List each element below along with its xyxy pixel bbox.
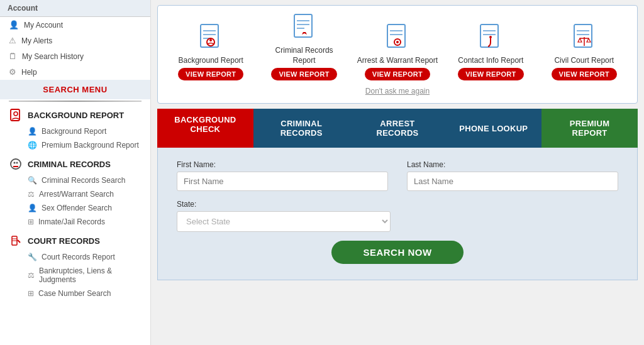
state-select[interactable]: Select State Alabama Alaska Arizona Cali… [177, 211, 391, 232]
criminal-report-name: Criminal Records Report [264, 46, 345, 65]
sidebar-item-help[interactable]: ⚙ Help [0, 64, 150, 80]
my-alerts-label: My Alerts [21, 36, 52, 45]
sidebar-section-court: COURT RECORDS [0, 229, 150, 250]
background-section-title: BACKGROUND REPORT [28, 111, 124, 120]
search-menu-label: SEARCH MENU [43, 85, 107, 94]
dont-ask-link[interactable]: Don't ask me again [164, 87, 631, 96]
alert-icon: ⚠ [9, 36, 16, 45]
tab-criminal-records[interactable]: CRIMINAL RECORDS [253, 109, 350, 148]
magnify-icon: 🔍 [28, 176, 37, 185]
sex-offender-label: Sex Offender Search [42, 204, 112, 212]
state-row: State: Select State Alabama Alaska Arizo… [177, 200, 618, 232]
search-form-area: First Name: Last Name: State: Select Sta… [157, 148, 638, 280]
sidebar-item-search-history[interactable]: 🗒 My Search History [0, 48, 150, 64]
tab-bar: BACKGROUND CHECK CRIMINAL RECORDS ARREST… [157, 109, 638, 148]
sidebar-item-court-records[interactable]: 🔧 Court Records Report [0, 250, 150, 264]
arrest-report-name: Arrest & Warrant Report [357, 56, 438, 66]
sidebar-section-background: BACKGROUND REPORT [0, 103, 150, 124]
last-name-input[interactable] [407, 172, 618, 191]
svg-rect-28 [574, 25, 592, 47]
background-report-icon [198, 23, 223, 53]
gavel-icon: ⚖ [28, 190, 35, 199]
first-name-label: First Name: [177, 160, 388, 169]
last-name-label: Last Name: [407, 160, 618, 169]
reports-banner: Background Report VIEW REPORT Criminal R… [157, 5, 638, 104]
civil-report-name: Civil Court Report [554, 56, 614, 66]
background-report-name: Background Report [178, 56, 243, 66]
sidebar-item-sex-offender[interactable]: 👤 Sex Offender Search [0, 201, 150, 215]
court-section-icon [9, 234, 23, 248]
name-row: First Name: Last Name: [177, 160, 618, 191]
reports-row: Background Report VIEW REPORT Criminal R… [164, 13, 631, 80]
case-number-label: Case Number Search [38, 289, 111, 298]
tab-premium-report[interactable]: PREMIUM REPORT [541, 109, 638, 148]
sidebar-item-bankruptcies[interactable]: ⚖ Bankruptcies, Liens & Judgments [0, 264, 150, 287]
first-name-input[interactable] [177, 172, 388, 191]
person-sub-icon: 👤 [28, 127, 37, 136]
report-item-arrest: Arrest & Warrant Report VIEW REPORT [357, 23, 438, 81]
account-title: Account [8, 4, 143, 13]
sidebar: Account 👤 My Account ⚠ My Alerts 🗒 My Se… [0, 0, 151, 345]
history-icon: 🗒 [9, 52, 17, 61]
gear-icon: ⚙ [9, 67, 16, 77]
state-label: State: [177, 200, 391, 209]
report-item-criminal: Criminal Records Report VIEW REPORT [264, 13, 345, 80]
person-icon: 👤 [9, 20, 19, 30]
background-view-report-btn[interactable]: VIEW REPORT [178, 68, 243, 80]
sidebar-item-case-number[interactable]: ⊞ Case Number Search [0, 287, 150, 300]
background-section-icon [9, 108, 23, 122]
last-name-group: Last Name: [407, 160, 618, 191]
court-records-label: Court Records Report [42, 253, 115, 261]
criminal-section-title: CRIMINAL RECORDS [28, 160, 111, 169]
contact-view-report-btn[interactable]: VIEW REPORT [458, 68, 523, 80]
search-menu-divider [9, 101, 142, 102]
criminal-section-icon [9, 157, 23, 171]
svg-rect-9 [201, 25, 218, 47]
sidebar-item-arrest-warrant[interactable]: ⚖ Arrest/Warrant Search [0, 187, 150, 201]
search-menu-header: SEARCH MENU [0, 80, 150, 99]
sidebar-item-my-account[interactable]: 👤 My Account [0, 17, 150, 33]
civil-report-icon [572, 23, 597, 53]
sidebar-item-inmate[interactable]: ⊞ Inmate/Jail Records [0, 215, 150, 229]
sidebar-item-criminal-search[interactable]: 🔍 Criminal Records Search [0, 173, 150, 187]
report-item-background: Background Report VIEW REPORT [170, 23, 252, 81]
svg-point-27 [489, 36, 492, 38]
sidebar-item-background-report[interactable]: 👤 Background Report [0, 124, 150, 138]
search-now-button[interactable]: SEARCH NOW [331, 241, 463, 264]
tab-arrest-records[interactable]: ARREST RECORDS [350, 109, 446, 148]
contact-report-name: Contact Info Report [458, 56, 523, 66]
svg-point-4 [16, 162, 18, 164]
criminal-report-icon [292, 13, 317, 43]
state-group: State: Select State Alabama Alaska Arizo… [177, 200, 391, 232]
contact-report-icon [478, 23, 503, 53]
report-item-contact: Contact Info Report VIEW REPORT [450, 23, 531, 81]
criminal-view-report-btn[interactable]: VIEW REPORT [271, 68, 336, 80]
main-content: Background Report VIEW REPORT Criminal R… [151, 0, 644, 345]
svg-rect-19 [387, 25, 405, 47]
top-links: 👤 My Account ⚠ My Alerts 🗒 My Search His… [0, 17, 150, 80]
svg-point-14 [209, 39, 212, 41]
premium-background-label: Premium Background Report [42, 141, 139, 150]
sidebar-section-criminal: CRIMINAL RECORDS [0, 152, 150, 173]
help-label: Help [21, 68, 37, 77]
background-report-label: Background Report [42, 127, 106, 136]
svg-rect-24 [480, 25, 498, 47]
sidebar-item-my-alerts[interactable]: ⚠ My Alerts [0, 33, 150, 48]
arrest-view-report-btn[interactable]: VIEW REPORT [365, 68, 430, 80]
bankruptcies-label: Bankruptcies, Liens & Judgments [39, 266, 142, 284]
my-account-label: My Account [24, 21, 63, 30]
arrest-report-icon [385, 23, 410, 53]
inmate-label: Inmate/Jail Records [38, 217, 105, 226]
svg-point-1 [14, 112, 18, 116]
sidebar-item-premium-background[interactable]: 🌐 Premium Background Report [0, 138, 150, 152]
arrest-warrant-label: Arrest/Warrant Search [39, 190, 114, 199]
case-grid-icon: ⊞ [28, 289, 34, 298]
svg-point-3 [14, 162, 16, 164]
court-section-title: COURT RECORDS [28, 236, 100, 246]
tab-phone-lookup[interactable]: PHONE LOOKUP [445, 109, 541, 148]
sidebar-top: Account [0, 0, 150, 17]
scales-icon: ⚖ [28, 271, 35, 280]
civil-view-report-btn[interactable]: VIEW REPORT [552, 68, 617, 80]
svg-point-23 [396, 41, 399, 43]
tab-background-check[interactable]: BACKGROUND CHECK [157, 109, 253, 148]
